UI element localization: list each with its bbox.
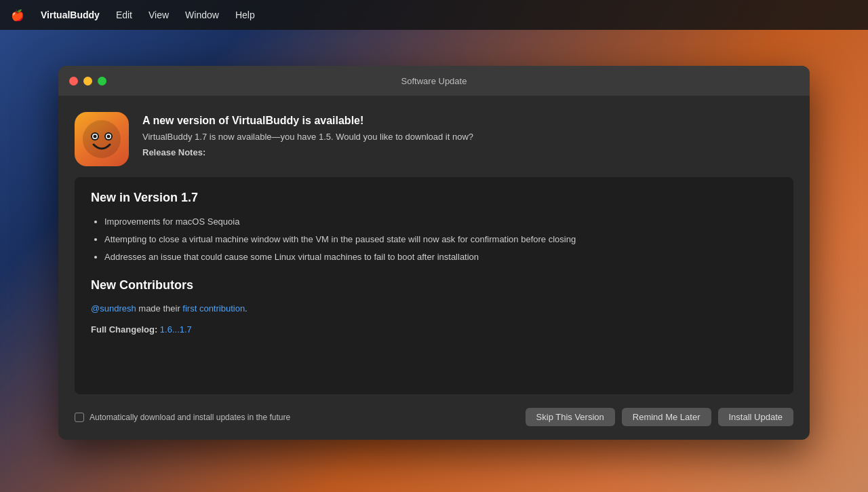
release-notes-label: Release Notes: (142, 147, 473, 157)
auto-update-label: Automatically download and install updat… (90, 413, 290, 422)
app-menu-name[interactable]: VirtualBuddy (41, 10, 100, 20)
menu-view[interactable]: View (149, 10, 169, 20)
menu-help[interactable]: Help (235, 10, 255, 20)
minimize-button[interactable] (83, 77, 92, 86)
modal-header: A new version of VirtualBuddy is availab… (75, 112, 793, 166)
menu-edit[interactable]: Edit (116, 10, 132, 20)
svg-point-0 (83, 120, 121, 158)
close-button[interactable] (69, 77, 78, 86)
contributors-paragraph: @sundresh made their first contribution. (91, 302, 777, 316)
remind-later-button[interactable]: Remind Me Later (622, 408, 711, 426)
app-icon (75, 112, 129, 166)
release-notes-list: Improvements for macOS Sequoia Attemptin… (91, 214, 777, 265)
auto-update-area: Automatically download and install updat… (75, 413, 517, 422)
modal-footer: Automatically download and install updat… (75, 405, 793, 426)
svg-point-6 (107, 135, 111, 138)
contributors-text-before: made their (136, 303, 183, 314)
contributor-handle-link[interactable]: @sundresh (91, 303, 136, 314)
first-contribution-link[interactable]: first contribution (182, 303, 245, 314)
auto-update-checkbox[interactable] (75, 413, 84, 422)
svg-point-5 (94, 135, 97, 138)
changelog-label: Full Changelog: (91, 324, 157, 335)
menu-window[interactable]: Window (185, 10, 219, 20)
modal-titlebar: Software Update (58, 66, 810, 96)
traffic-lights (69, 77, 106, 86)
changelog-link[interactable]: 1.6...1.7 (160, 324, 192, 335)
modal-body: A new version of VirtualBuddy is availab… (58, 96, 810, 440)
modal-overlay: Software Update (0, 0, 868, 492)
update-available-title: A new version of VirtualBuddy is availab… (142, 115, 473, 127)
menubar: 🍎 VirtualBuddy Edit View Window Help (0, 0, 868, 30)
contributors-heading: New Contributors (91, 278, 777, 292)
maximize-button[interactable] (98, 77, 106, 86)
release-note-item-2: Attempting to close a virtual machine wi… (104, 232, 777, 247)
release-notes-box: New in Version 1.7 Improvements for macO… (75, 177, 793, 394)
version-heading: New in Version 1.7 (91, 191, 777, 205)
release-note-item-1: Improvements for macOS Sequoia (104, 214, 777, 229)
update-subtitle: VirtualBuddy 1.7 is now available—you ha… (142, 131, 473, 143)
software-update-dialog: Software Update (58, 66, 810, 440)
header-text-area: A new version of VirtualBuddy is availab… (142, 112, 473, 157)
contributors-text-after: . (245, 303, 248, 314)
action-buttons: Skip This Version Remind Me Later Instal… (526, 408, 793, 426)
window-title: Software Update (401, 76, 467, 86)
skip-version-button[interactable]: Skip This Version (526, 408, 615, 426)
install-update-button[interactable]: Install Update (718, 408, 794, 426)
virtualbuddy-logo-icon (81, 119, 122, 159)
app-icon-inner (75, 112, 129, 166)
changelog-paragraph: Full Changelog: 1.6...1.7 (91, 324, 777, 335)
apple-menu[interactable]: 🍎 (11, 9, 24, 22)
release-note-item-3: Addresses an issue that could cause some… (104, 250, 777, 265)
